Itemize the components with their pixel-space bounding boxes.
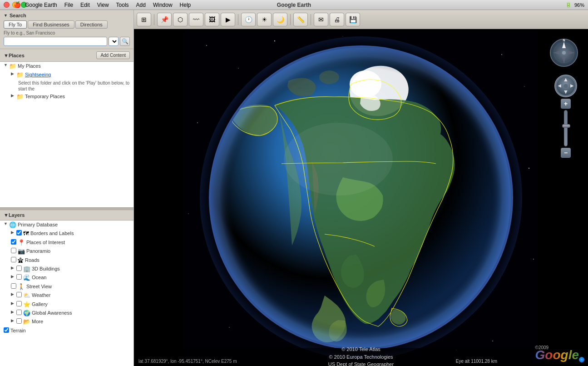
menu-edit[interactable]: Edit bbox=[80, 2, 90, 8]
zoom-minus-button[interactable]: − bbox=[561, 148, 571, 158]
nav-compass[interactable]: N bbox=[549, 38, 579, 68]
pan-control[interactable] bbox=[554, 75, 577, 97]
layer-borders[interactable]: ▶ 🗺 Borders and Labels bbox=[0, 229, 133, 238]
record-tour-button[interactable]: ▶ bbox=[221, 13, 235, 26]
places-sightseeing[interactable]: ▶ 📁 Sightseeing bbox=[0, 70, 133, 79]
places-of-interest-checkbox[interactable] bbox=[11, 239, 16, 245]
places-temporary[interactable]: ▶ 📁 Temporary Places bbox=[0, 92, 133, 101]
zoom-plus-button[interactable]: + bbox=[561, 99, 571, 109]
email-button[interactable]: ✉ bbox=[314, 13, 328, 26]
terrain-checkbox[interactable] bbox=[4, 327, 9, 333]
menu-view[interactable]: View bbox=[97, 2, 109, 8]
map-area[interactable]: N bbox=[134, 29, 588, 366]
borders-expand[interactable]: ▶ bbox=[11, 230, 15, 235]
layer-global-awareness[interactable]: ▶ 🌍 Global Awareness bbox=[0, 309, 133, 317]
layer-places-of-interest[interactable]: 📍 Places of Interest bbox=[0, 238, 133, 247]
globe-highlight bbox=[284, 123, 393, 196]
add-image-overlay-button[interactable]: 🖼 bbox=[205, 13, 219, 26]
layer-gallery[interactable]: ▶ ⭐ Gallery bbox=[0, 300, 133, 309]
layer-ocean[interactable]: ▶ 🌊 Ocean bbox=[0, 273, 133, 282]
places-my-places[interactable]: ▼ 📁 My Places bbox=[0, 62, 133, 70]
ocean-expand[interactable]: ▶ bbox=[11, 274, 15, 279]
sightseeing-expand[interactable]: ▶ bbox=[11, 71, 15, 76]
zoom-slider-track[interactable] bbox=[564, 110, 568, 146]
temporary-expand[interactable]: ▶ bbox=[11, 93, 15, 98]
toolbar: ⊞ 📌 ⬡ 〰 🖼 ▶ 🕐 ☀ 🌙 📏 ✉ 🖨 💾 bbox=[134, 10, 588, 29]
ruler-button[interactable]: 📏 bbox=[293, 13, 308, 26]
tab-fly-to[interactable]: Fly To bbox=[4, 20, 27, 29]
gallery-checkbox[interactable] bbox=[16, 301, 22, 306]
tab-directions[interactable]: Directions bbox=[75, 20, 108, 29]
layer-terrain[interactable]: Terrain bbox=[0, 326, 133, 335]
global-awareness-expand[interactable]: ▶ bbox=[11, 310, 15, 314]
weather-expand[interactable]: ▶ bbox=[11, 292, 15, 296]
places-label: Places bbox=[9, 53, 25, 58]
weather-checkbox[interactable] bbox=[16, 292, 22, 297]
status-indicator bbox=[579, 357, 584, 362]
street-view-checkbox[interactable] bbox=[11, 283, 16, 289]
zoom-slider-thumb[interactable] bbox=[562, 124, 570, 128]
temporary-icon: 📁 bbox=[16, 93, 24, 100]
menu-app[interactable]: Google Earth bbox=[25, 2, 57, 8]
more-checkbox[interactable] bbox=[16, 318, 22, 324]
layer-roads[interactable]: 🛣 Roads bbox=[0, 256, 133, 265]
places-of-interest-label: Places of Interest bbox=[26, 239, 65, 246]
menu-bar[interactable]: Google Earth File Edit View Tools Add Wi… bbox=[25, 2, 191, 8]
search-dropdown[interactable] bbox=[109, 37, 119, 46]
svg-point-31 bbox=[563, 84, 568, 88]
print-button[interactable]: 🖨 bbox=[330, 13, 344, 26]
search-input-row: 🔍 bbox=[4, 37, 130, 46]
primary-db-label: Primary Database bbox=[18, 221, 58, 228]
layer-more[interactable]: ▶ 📂 More bbox=[0, 317, 133, 326]
my-places-expand[interactable]: ▼ bbox=[4, 63, 8, 67]
add-polygon-button[interactable]: ⬡ bbox=[173, 13, 188, 26]
tab-find-businesses[interactable]: Find Businesses bbox=[28, 20, 74, 29]
search-header[interactable]: ▼ Search bbox=[4, 13, 130, 18]
historical-imagery-button[interactable]: 🕐 bbox=[241, 13, 256, 26]
borders-icon: 🗺 bbox=[23, 230, 29, 237]
more-expand[interactable]: ▶ bbox=[11, 318, 15, 323]
coordinates: lat 37.681929°, lon -95.451751°, NCelev … bbox=[138, 359, 237, 364]
menu-tools[interactable]: Tools bbox=[116, 2, 129, 8]
svg-point-3 bbox=[238, 68, 239, 69]
ocean-checkbox[interactable] bbox=[16, 274, 22, 280]
main-container: ▼ Search Fly To Find Businesses Directio… bbox=[0, 10, 588, 366]
add-placemark-button[interactable]: 📌 bbox=[157, 13, 172, 26]
sun-button[interactable]: ☀ bbox=[257, 13, 272, 26]
layer-panoramio[interactable]: 📷 Panoramio bbox=[0, 247, 133, 256]
borders-checkbox[interactable] bbox=[16, 230, 22, 236]
places-header[interactable]: ▼ Places Add Content bbox=[0, 49, 133, 62]
roads-checkbox[interactable] bbox=[11, 257, 16, 262]
menu-add[interactable]: Add bbox=[136, 2, 146, 8]
menu-window[interactable]: Window bbox=[153, 2, 173, 8]
svg-point-12 bbox=[492, 341, 493, 341]
layers-header[interactable]: ▼ Layers bbox=[0, 210, 133, 221]
gallery-expand[interactable]: ▶ bbox=[11, 301, 15, 306]
layer-primary-db[interactable]: ▼ 🌐 Primary Database bbox=[0, 221, 133, 229]
search-input[interactable] bbox=[4, 37, 107, 46]
add-content-button[interactable]: Add Content bbox=[96, 51, 130, 59]
weather-label: Weather bbox=[32, 292, 50, 299]
sky-button[interactable]: 🌙 bbox=[273, 13, 287, 26]
toolbar-sep-1 bbox=[154, 14, 154, 25]
3d-buildings-checkbox[interactable] bbox=[16, 266, 22, 271]
apple-menu[interactable]: 🍎 bbox=[14, 1, 21, 8]
primary-db-expand[interactable]: ▼ bbox=[4, 221, 8, 226]
3d-buildings-expand[interactable]: ▶ bbox=[11, 266, 15, 270]
sidebar-toggle-button[interactable]: ⊞ bbox=[137, 13, 151, 26]
search-submit-button[interactable]: 🔍 bbox=[120, 37, 130, 46]
save-image-button[interactable]: 💾 bbox=[346, 13, 360, 26]
layer-3d-buildings[interactable]: ▶ 🏢 3D Buildings bbox=[0, 265, 133, 273]
layer-street-view[interactable]: 🚶 Street View bbox=[0, 282, 133, 291]
layers-tree: ▼ 🌐 Primary Database ▶ 🗺 Borders and Lab… bbox=[0, 221, 133, 366]
layer-weather[interactable]: ▶ ⛅ Weather bbox=[0, 291, 133, 300]
menu-help[interactable]: Help bbox=[180, 2, 191, 8]
close-button[interactable] bbox=[4, 2, 10, 8]
panoramio-checkbox[interactable] bbox=[11, 248, 16, 253]
search-section: ▼ Search Fly To Find Businesses Directio… bbox=[0, 10, 133, 49]
global-awareness-checkbox[interactable] bbox=[16, 310, 22, 315]
search-label: Search bbox=[10, 13, 26, 18]
add-path-button[interactable]: 〰 bbox=[189, 13, 203, 26]
sightseeing-label[interactable]: Sightseeing bbox=[25, 71, 51, 78]
menu-file[interactable]: File bbox=[64, 2, 73, 8]
